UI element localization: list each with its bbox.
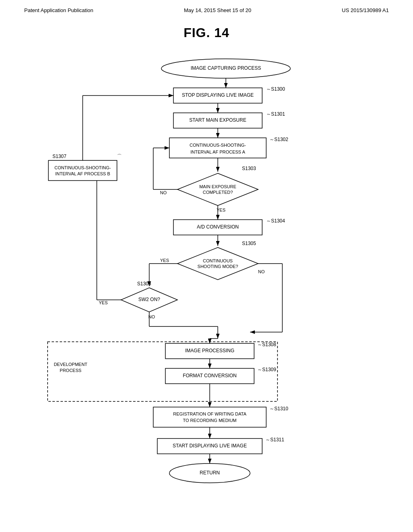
s1303-label-1: MAIN EXPOSURE: [199, 184, 236, 189]
yes-label-s1305: YES: [160, 258, 169, 263]
s1310-node: [153, 407, 266, 427]
s1302-step: ～S1302: [269, 137, 288, 142]
s1311-step: ～S1311: [265, 437, 284, 443]
s1303-step: S1303: [242, 166, 256, 171]
s1309-step: ～S1309: [257, 367, 276, 372]
s1311-label: START DISPLAYING LIVE IMAGE: [173, 443, 247, 449]
s1302-node: [169, 138, 266, 158]
s1306-step: S1306: [137, 281, 151, 287]
s1307-label-1: CONTINUOUS-SHOOTING-: [54, 165, 111, 170]
dev-label-1: DEVELOPMENT: [54, 362, 87, 367]
s1302-label-1: CONTINUOUS-SHOOTING-: [190, 143, 246, 148]
s1310-label-2: TO RECORDING MEDIUM: [183, 418, 236, 423]
s1308-step: ～S1308: [257, 342, 276, 347]
s1304-label: A/D CONVERSION: [197, 224, 239, 230]
s1305-label-2: SHOOTING MODE?: [198, 264, 238, 269]
s1302-label-2: INTERVAL AF PROCESS A: [190, 150, 245, 154]
no-label-s1305: NO: [258, 269, 265, 274]
s1310-label-1: REGISTRATION OF WRITING DATA: [173, 411, 246, 416]
s1303-label-2: COMPLETED?: [203, 190, 233, 195]
start-label: IMAGE CAPTURING PROCESS: [191, 65, 261, 71]
s1304-step: ～S1304: [266, 218, 285, 224]
s1307-node: [48, 160, 117, 181]
s1300-step: ～S1300: [266, 86, 285, 92]
yes-label-s1306: YES: [99, 300, 108, 305]
header-middle: May 14, 2015 Sheet 15 of 20: [184, 7, 251, 13]
diagram-area: IMAGE CAPTURING PROCESS STOP DISPLAYING …: [0, 44, 413, 520]
header-left: Patent Application Publication: [24, 7, 93, 13]
s1308-label: IMAGE PROCESSING: [185, 348, 234, 353]
s1301-step: ～S1301: [266, 111, 285, 117]
s1306-label: SW2 ON?: [138, 297, 160, 302]
no-label-s1303: NO: [160, 190, 167, 195]
s1301-label: START MAIN EXPOSURE: [189, 117, 246, 123]
s1309-label: FORMAT CONVERSION: [183, 373, 237, 378]
header-right: US 2015/130989 A1: [342, 7, 389, 13]
s1310-step: ～S1310: [269, 406, 288, 411]
s1305-step: S1305: [242, 241, 256, 246]
s1307-step: S1307: [52, 154, 67, 159]
flowchart-svg: IMAGE CAPTURING PROCESS STOP DISPLAYING …: [0, 44, 413, 520]
return-label: RETURN: [200, 470, 220, 476]
s1305-label-1: CONTINUOUS: [203, 258, 233, 263]
s1300-label: STOP DISPLAYING LIVE IMAGE: [182, 92, 254, 98]
s1307-label-2: INTERVAL AF PROCESS B: [55, 171, 110, 176]
figure-title: FIG. 14: [0, 25, 413, 40]
s1307-brace: ⌒: [117, 154, 122, 159]
page-header: Patent Application Publication May 14, 2…: [0, 0, 413, 17]
dev-label-2: PROCESS: [60, 368, 81, 373]
